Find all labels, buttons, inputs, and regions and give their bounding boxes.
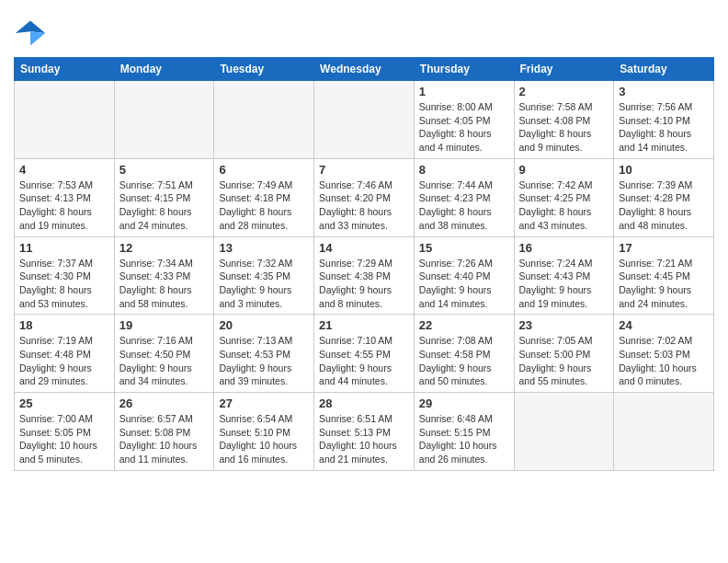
calendar-day-22: 22Sunrise: 7:08 AM Sunset: 4:58 PM Dayli…	[414, 315, 514, 393]
day-header-saturday: Saturday	[614, 58, 714, 81]
calendar-day-29: 29Sunrise: 6:48 AM Sunset: 5:15 PM Dayli…	[414, 393, 514, 471]
calendar-day-14: 14Sunrise: 7:29 AM Sunset: 4:38 PM Dayli…	[314, 236, 415, 315]
calendar-day-1: 1Sunrise: 8:00 AM Sunset: 4:05 PM Daylig…	[414, 81, 514, 159]
calendar-day-9: 9Sunrise: 7:42 AM Sunset: 4:25 PM Daylig…	[514, 158, 614, 236]
day-number: 17	[619, 241, 709, 255]
calendar-day-19: 19Sunrise: 7:16 AM Sunset: 4:50 PM Dayli…	[114, 315, 214, 393]
day-number: 24	[619, 318, 709, 332]
calendar-week-row: 1Sunrise: 8:00 AM Sunset: 4:05 PM Daylig…	[15, 81, 714, 159]
day-number: 8	[419, 163, 509, 177]
day-info: Sunrise: 8:00 AM Sunset: 4:05 PM Dayligh…	[419, 100, 509, 155]
logo-icon	[14, 17, 47, 50]
calendar-week-row: 11Sunrise: 7:37 AM Sunset: 4:30 PM Dayli…	[15, 236, 714, 315]
logo	[14, 17, 49, 50]
day-info: Sunrise: 7:46 AM Sunset: 4:20 PM Dayligh…	[319, 178, 409, 233]
calendar-day-2: 2Sunrise: 7:58 AM Sunset: 4:08 PM Daylig…	[514, 81, 614, 159]
calendar-day-6: 6Sunrise: 7:49 AM Sunset: 4:18 PM Daylig…	[214, 158, 314, 236]
day-info: Sunrise: 7:37 AM Sunset: 4:30 PM Dayligh…	[19, 257, 109, 311]
calendar-day-empty	[214, 81, 314, 159]
day-info: Sunrise: 6:57 AM Sunset: 5:08 PM Dayligh…	[119, 412, 210, 466]
day-number: 23	[519, 318, 609, 332]
calendar-day-empty	[514, 393, 614, 471]
day-header-sunday: Sunday	[15, 58, 115, 81]
day-info: Sunrise: 7:08 AM Sunset: 4:58 PM Dayligh…	[419, 334, 509, 388]
day-info: Sunrise: 7:56 AM Sunset: 4:10 PM Dayligh…	[619, 100, 709, 155]
calendar-day-18: 18Sunrise: 7:19 AM Sunset: 4:48 PM Dayli…	[15, 315, 115, 393]
day-number: 18	[19, 318, 109, 332]
calendar-week-row: 4Sunrise: 7:53 AM Sunset: 4:13 PM Daylig…	[15, 158, 714, 236]
day-info: Sunrise: 7:21 AM Sunset: 4:45 PM Dayligh…	[619, 257, 709, 311]
calendar-day-17: 17Sunrise: 7:21 AM Sunset: 4:45 PM Dayli…	[614, 236, 714, 315]
day-info: Sunrise: 7:02 AM Sunset: 5:03 PM Dayligh…	[619, 334, 709, 388]
day-info: Sunrise: 7:24 AM Sunset: 4:43 PM Dayligh…	[519, 257, 609, 311]
calendar-day-7: 7Sunrise: 7:46 AM Sunset: 4:20 PM Daylig…	[314, 158, 415, 236]
day-info: Sunrise: 7:51 AM Sunset: 4:15 PM Dayligh…	[119, 178, 210, 233]
day-info: Sunrise: 7:44 AM Sunset: 4:23 PM Dayligh…	[419, 178, 509, 233]
day-number: 12	[119, 241, 210, 255]
day-header-tuesday: Tuesday	[214, 58, 314, 81]
calendar-week-row: 25Sunrise: 7:00 AM Sunset: 5:05 PM Dayli…	[15, 393, 714, 471]
day-number: 25	[19, 396, 109, 410]
day-header-thursday: Thursday	[414, 58, 514, 81]
calendar-week-row: 18Sunrise: 7:19 AM Sunset: 4:48 PM Dayli…	[15, 315, 714, 393]
day-info: Sunrise: 7:26 AM Sunset: 4:40 PM Dayligh…	[419, 257, 509, 311]
calendar-table: SundayMondayTuesdayWednesdayThursdayFrid…	[14, 57, 714, 471]
day-number: 21	[319, 318, 409, 332]
day-header-friday: Friday	[514, 58, 614, 81]
day-info: Sunrise: 7:19 AM Sunset: 4:48 PM Dayligh…	[19, 334, 109, 388]
day-header-monday: Monday	[114, 58, 214, 81]
day-info: Sunrise: 7:16 AM Sunset: 4:50 PM Dayligh…	[119, 334, 210, 388]
day-info: Sunrise: 7:32 AM Sunset: 4:35 PM Dayligh…	[219, 257, 309, 311]
day-info: Sunrise: 7:39 AM Sunset: 4:28 PM Dayligh…	[619, 178, 709, 233]
calendar-day-empty	[15, 81, 115, 159]
day-number: 19	[119, 318, 210, 332]
day-header-wednesday: Wednesday	[314, 58, 415, 81]
calendar-day-empty	[314, 81, 415, 159]
day-number: 5	[119, 163, 210, 177]
svg-marker-0	[16, 21, 45, 34]
day-number: 26	[119, 396, 210, 410]
day-number: 20	[219, 318, 309, 332]
day-info: Sunrise: 7:13 AM Sunset: 4:53 PM Dayligh…	[219, 334, 309, 388]
day-number: 27	[219, 396, 309, 410]
day-info: Sunrise: 6:51 AM Sunset: 5:13 PM Dayligh…	[319, 412, 409, 466]
day-info: Sunrise: 7:53 AM Sunset: 4:13 PM Dayligh…	[19, 178, 109, 233]
day-number: 11	[19, 241, 109, 255]
day-number: 10	[619, 163, 709, 177]
day-number: 16	[519, 241, 609, 255]
calendar-day-12: 12Sunrise: 7:34 AM Sunset: 4:33 PM Dayli…	[114, 236, 214, 315]
calendar-day-empty	[114, 81, 214, 159]
day-info: Sunrise: 6:48 AM Sunset: 5:15 PM Dayligh…	[419, 412, 509, 466]
day-number: 28	[319, 396, 409, 410]
calendar-day-23: 23Sunrise: 7:05 AM Sunset: 5:00 PM Dayli…	[514, 315, 614, 393]
day-number: 22	[419, 318, 509, 332]
calendar-day-10: 10Sunrise: 7:39 AM Sunset: 4:28 PM Dayli…	[614, 158, 714, 236]
calendar-day-16: 16Sunrise: 7:24 AM Sunset: 4:43 PM Dayli…	[514, 236, 614, 315]
day-number: 4	[19, 163, 109, 177]
day-info: Sunrise: 7:49 AM Sunset: 4:18 PM Dayligh…	[219, 178, 309, 233]
day-info: Sunrise: 7:58 AM Sunset: 4:08 PM Dayligh…	[519, 100, 609, 155]
calendar-day-5: 5Sunrise: 7:51 AM Sunset: 4:15 PM Daylig…	[114, 158, 214, 236]
calendar-day-11: 11Sunrise: 7:37 AM Sunset: 4:30 PM Dayli…	[15, 236, 115, 315]
day-number: 29	[419, 396, 509, 410]
day-info: Sunrise: 7:34 AM Sunset: 4:33 PM Dayligh…	[119, 257, 210, 311]
day-info: Sunrise: 7:05 AM Sunset: 5:00 PM Dayligh…	[519, 334, 609, 388]
svg-marker-1	[30, 31, 45, 45]
day-number: 3	[619, 85, 709, 98]
day-number: 6	[219, 163, 309, 177]
calendar-day-3: 3Sunrise: 7:56 AM Sunset: 4:10 PM Daylig…	[614, 81, 714, 159]
day-info: Sunrise: 7:29 AM Sunset: 4:38 PM Dayligh…	[319, 257, 409, 311]
day-info: Sunrise: 7:10 AM Sunset: 4:55 PM Dayligh…	[319, 334, 409, 388]
calendar-day-25: 25Sunrise: 7:00 AM Sunset: 5:05 PM Dayli…	[15, 393, 115, 471]
day-number: 14	[319, 241, 409, 255]
day-number: 2	[519, 85, 609, 98]
calendar-day-28: 28Sunrise: 6:51 AM Sunset: 5:13 PM Dayli…	[314, 393, 415, 471]
calendar-day-26: 26Sunrise: 6:57 AM Sunset: 5:08 PM Dayli…	[114, 393, 214, 471]
day-number: 7	[319, 163, 409, 177]
calendar-day-21: 21Sunrise: 7:10 AM Sunset: 4:55 PM Dayli…	[314, 315, 415, 393]
day-number: 1	[419, 85, 509, 98]
day-info: Sunrise: 7:42 AM Sunset: 4:25 PM Dayligh…	[519, 178, 609, 233]
day-info: Sunrise: 7:00 AM Sunset: 5:05 PM Dayligh…	[19, 412, 109, 466]
calendar-day-8: 8Sunrise: 7:44 AM Sunset: 4:23 PM Daylig…	[414, 158, 514, 236]
calendar-day-empty	[614, 393, 714, 471]
